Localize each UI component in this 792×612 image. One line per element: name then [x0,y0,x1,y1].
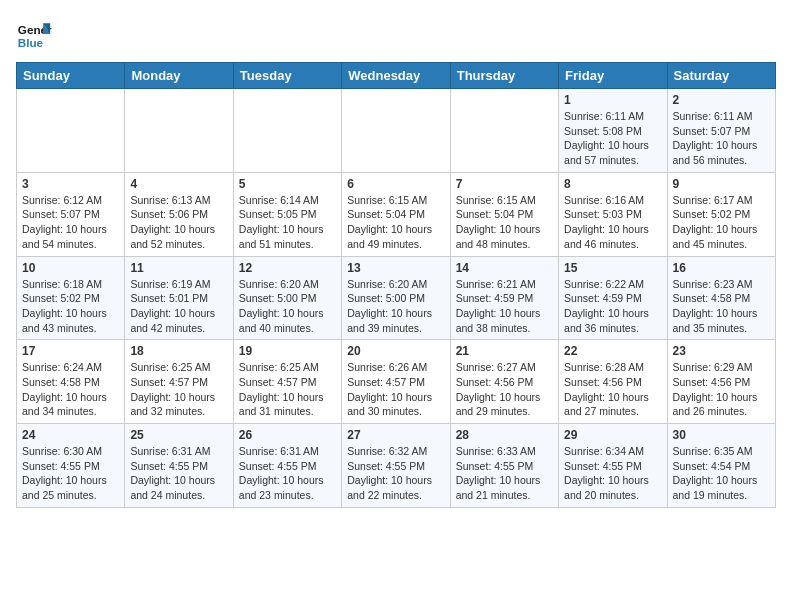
cell-info: Sunrise: 6:24 AMSunset: 4:58 PMDaylight:… [22,360,119,419]
day-number: 17 [22,344,119,358]
cell-info: Sunrise: 6:22 AMSunset: 4:59 PMDaylight:… [564,277,661,336]
day-number: 9 [673,177,770,191]
day-number: 11 [130,261,227,275]
calendar-cell: 27Sunrise: 6:32 AMSunset: 4:55 PMDayligh… [342,424,450,508]
calendar-cell: 29Sunrise: 6:34 AMSunset: 4:55 PMDayligh… [559,424,667,508]
day-number: 27 [347,428,444,442]
day-number: 15 [564,261,661,275]
calendar-cell: 10Sunrise: 6:18 AMSunset: 5:02 PMDayligh… [17,256,125,340]
cell-info: Sunrise: 6:33 AMSunset: 4:55 PMDaylight:… [456,444,553,503]
day-number: 24 [22,428,119,442]
weekday-header-thursday: Thursday [450,63,558,89]
calendar-cell: 30Sunrise: 6:35 AMSunset: 4:54 PMDayligh… [667,424,775,508]
cell-info: Sunrise: 6:12 AMSunset: 5:07 PMDaylight:… [22,193,119,252]
day-number: 2 [673,93,770,107]
day-number: 18 [130,344,227,358]
calendar-cell: 15Sunrise: 6:22 AMSunset: 4:59 PMDayligh… [559,256,667,340]
day-number: 29 [564,428,661,442]
calendar-cell: 6Sunrise: 6:15 AMSunset: 5:04 PMDaylight… [342,172,450,256]
calendar-cell: 16Sunrise: 6:23 AMSunset: 4:58 PMDayligh… [667,256,775,340]
day-number: 5 [239,177,336,191]
calendar-cell: 14Sunrise: 6:21 AMSunset: 4:59 PMDayligh… [450,256,558,340]
calendar-cell: 9Sunrise: 6:17 AMSunset: 5:02 PMDaylight… [667,172,775,256]
calendar-cell: 5Sunrise: 6:14 AMSunset: 5:05 PMDaylight… [233,172,341,256]
weekday-header-sunday: Sunday [17,63,125,89]
day-number: 7 [456,177,553,191]
day-number: 21 [456,344,553,358]
day-number: 20 [347,344,444,358]
logo: General Blue [16,16,52,52]
cell-info: Sunrise: 6:17 AMSunset: 5:02 PMDaylight:… [673,193,770,252]
calendar-cell: 7Sunrise: 6:15 AMSunset: 5:04 PMDaylight… [450,172,558,256]
calendar-cell: 25Sunrise: 6:31 AMSunset: 4:55 PMDayligh… [125,424,233,508]
calendar-cell [233,89,341,173]
calendar-cell: 28Sunrise: 6:33 AMSunset: 4:55 PMDayligh… [450,424,558,508]
calendar-cell: 3Sunrise: 6:12 AMSunset: 5:07 PMDaylight… [17,172,125,256]
calendar-week-row: 24Sunrise: 6:30 AMSunset: 4:55 PMDayligh… [17,424,776,508]
calendar-cell: 2Sunrise: 6:11 AMSunset: 5:07 PMDaylight… [667,89,775,173]
calendar-cell: 12Sunrise: 6:20 AMSunset: 5:00 PMDayligh… [233,256,341,340]
calendar-cell: 22Sunrise: 6:28 AMSunset: 4:56 PMDayligh… [559,340,667,424]
day-number: 30 [673,428,770,442]
calendar-cell: 4Sunrise: 6:13 AMSunset: 5:06 PMDaylight… [125,172,233,256]
day-number: 28 [456,428,553,442]
weekday-header-saturday: Saturday [667,63,775,89]
calendar-week-row: 3Sunrise: 6:12 AMSunset: 5:07 PMDaylight… [17,172,776,256]
cell-info: Sunrise: 6:25 AMSunset: 4:57 PMDaylight:… [239,360,336,419]
weekday-header-row: SundayMondayTuesdayWednesdayThursdayFrid… [17,63,776,89]
cell-info: Sunrise: 6:20 AMSunset: 5:00 PMDaylight:… [239,277,336,336]
page-header: General Blue [16,16,776,52]
cell-info: Sunrise: 6:15 AMSunset: 5:04 PMDaylight:… [456,193,553,252]
calendar-cell: 8Sunrise: 6:16 AMSunset: 5:03 PMDaylight… [559,172,667,256]
day-number: 13 [347,261,444,275]
cell-info: Sunrise: 6:23 AMSunset: 4:58 PMDaylight:… [673,277,770,336]
cell-info: Sunrise: 6:27 AMSunset: 4:56 PMDaylight:… [456,360,553,419]
cell-info: Sunrise: 6:20 AMSunset: 5:00 PMDaylight:… [347,277,444,336]
cell-info: Sunrise: 6:31 AMSunset: 4:55 PMDaylight:… [239,444,336,503]
cell-info: Sunrise: 6:25 AMSunset: 4:57 PMDaylight:… [130,360,227,419]
calendar-cell: 18Sunrise: 6:25 AMSunset: 4:57 PMDayligh… [125,340,233,424]
cell-info: Sunrise: 6:32 AMSunset: 4:55 PMDaylight:… [347,444,444,503]
weekday-header-monday: Monday [125,63,233,89]
day-number: 14 [456,261,553,275]
calendar-cell: 17Sunrise: 6:24 AMSunset: 4:58 PMDayligh… [17,340,125,424]
day-number: 23 [673,344,770,358]
cell-info: Sunrise: 6:31 AMSunset: 4:55 PMDaylight:… [130,444,227,503]
logo-icon: General Blue [16,16,52,52]
day-number: 16 [673,261,770,275]
weekday-header-tuesday: Tuesday [233,63,341,89]
cell-info: Sunrise: 6:34 AMSunset: 4:55 PMDaylight:… [564,444,661,503]
day-number: 19 [239,344,336,358]
weekday-header-friday: Friday [559,63,667,89]
calendar-week-row: 17Sunrise: 6:24 AMSunset: 4:58 PMDayligh… [17,340,776,424]
calendar-cell [342,89,450,173]
cell-info: Sunrise: 6:13 AMSunset: 5:06 PMDaylight:… [130,193,227,252]
day-number: 25 [130,428,227,442]
calendar-cell: 1Sunrise: 6:11 AMSunset: 5:08 PMDaylight… [559,89,667,173]
cell-info: Sunrise: 6:16 AMSunset: 5:03 PMDaylight:… [564,193,661,252]
calendar-cell: 21Sunrise: 6:27 AMSunset: 4:56 PMDayligh… [450,340,558,424]
calendar-cell: 20Sunrise: 6:26 AMSunset: 4:57 PMDayligh… [342,340,450,424]
calendar-week-row: 1Sunrise: 6:11 AMSunset: 5:08 PMDaylight… [17,89,776,173]
calendar-cell: 19Sunrise: 6:25 AMSunset: 4:57 PMDayligh… [233,340,341,424]
cell-info: Sunrise: 6:21 AMSunset: 4:59 PMDaylight:… [456,277,553,336]
cell-info: Sunrise: 6:29 AMSunset: 4:56 PMDaylight:… [673,360,770,419]
cell-info: Sunrise: 6:30 AMSunset: 4:55 PMDaylight:… [22,444,119,503]
calendar-cell [17,89,125,173]
day-number: 22 [564,344,661,358]
day-number: 8 [564,177,661,191]
calendar-table: SundayMondayTuesdayWednesdayThursdayFrid… [16,62,776,508]
cell-info: Sunrise: 6:11 AMSunset: 5:08 PMDaylight:… [564,109,661,168]
calendar-cell: 23Sunrise: 6:29 AMSunset: 4:56 PMDayligh… [667,340,775,424]
calendar-cell [450,89,558,173]
calendar-week-row: 10Sunrise: 6:18 AMSunset: 5:02 PMDayligh… [17,256,776,340]
cell-info: Sunrise: 6:35 AMSunset: 4:54 PMDaylight:… [673,444,770,503]
day-number: 6 [347,177,444,191]
cell-info: Sunrise: 6:26 AMSunset: 4:57 PMDaylight:… [347,360,444,419]
cell-info: Sunrise: 6:19 AMSunset: 5:01 PMDaylight:… [130,277,227,336]
cell-info: Sunrise: 6:18 AMSunset: 5:02 PMDaylight:… [22,277,119,336]
calendar-cell [125,89,233,173]
svg-text:Blue: Blue [18,36,44,49]
day-number: 10 [22,261,119,275]
day-number: 1 [564,93,661,107]
